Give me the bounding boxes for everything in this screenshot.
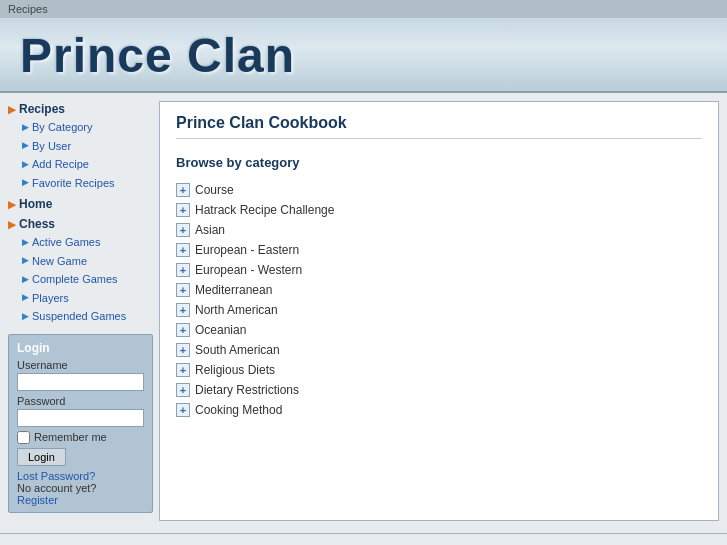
recipes-arrow-icon: ▶ — [8, 104, 16, 115]
list-item: + European - Eastern — [176, 240, 702, 260]
sidebar-item-add-recipe[interactable]: ▶ Add Recipe — [22, 155, 153, 174]
sidebar-item-label: By User — [32, 138, 71, 155]
sidebar-item-label: Active Games — [32, 234, 100, 251]
sidebar-home-label: Home — [19, 197, 52, 211]
sidebar-item-label: Players — [32, 290, 69, 307]
category-label: Oceanian — [195, 323, 246, 337]
sidebar: ▶ Recipes ▶ By Category ▶ By User ▶ Add … — [8, 101, 153, 513]
username-label: Username — [17, 359, 144, 371]
expand-icon[interactable]: + — [176, 223, 190, 237]
login-links: Lost Password? No account yet? Register — [17, 470, 144, 506]
footer: Copyright © 2004. Page generated in 0.01… — [0, 533, 727, 545]
top-bar: Recipes — [0, 0, 727, 18]
sidebar-item-new-game[interactable]: ▶ New Game — [22, 252, 153, 271]
home-arrow-icon: ▶ — [8, 199, 16, 210]
site-title: Prince Clan — [20, 28, 295, 83]
sub-arrow-icon: ▶ — [22, 291, 29, 305]
sidebar-item-complete-games[interactable]: ▶ Complete Games — [22, 270, 153, 289]
lost-password-link[interactable]: Lost Password? — [17, 470, 95, 482]
password-label: Password — [17, 395, 144, 407]
expand-icon[interactable]: + — [176, 243, 190, 257]
list-item: + South American — [176, 340, 702, 360]
chess-arrow-icon: ▶ — [8, 219, 16, 230]
list-item: + Religious Diets — [176, 360, 702, 380]
sidebar-item-by-category[interactable]: ▶ By Category — [22, 118, 153, 137]
expand-icon[interactable]: + — [176, 343, 190, 357]
list-item: + North American — [176, 300, 702, 320]
category-label: Asian — [195, 223, 225, 237]
remember-row: Remember me — [17, 431, 144, 444]
sidebar-recipes-items: ▶ By Category ▶ By User ▶ Add Recipe ▶ F… — [8, 118, 153, 192]
expand-icon[interactable]: + — [176, 283, 190, 297]
sidebar-chess-label: Chess — [19, 217, 55, 231]
register-link[interactable]: Register — [17, 494, 58, 506]
list-item: + Course — [176, 180, 702, 200]
sidebar-chess-section: ▶ Chess ▶ Active Games ▶ New Game ▶ Comp… — [8, 216, 153, 326]
sidebar-item-label: Add Recipe — [32, 156, 89, 173]
login-button[interactable]: Login — [17, 448, 66, 466]
sidebar-recipes-label: Recipes — [19, 102, 65, 116]
sidebar-item-active-games[interactable]: ▶ Active Games — [22, 233, 153, 252]
sidebar-chess-items: ▶ Active Games ▶ New Game ▶ Complete Gam… — [8, 233, 153, 326]
category-label: Cooking Method — [195, 403, 282, 417]
sidebar-item-players[interactable]: ▶ Players — [22, 289, 153, 308]
expand-icon[interactable]: + — [176, 183, 190, 197]
login-box: Login Username Password Remember me Logi… — [8, 334, 153, 513]
list-item: + Mediterranean — [176, 280, 702, 300]
expand-icon[interactable]: + — [176, 303, 190, 317]
sub-arrow-icon: ▶ — [22, 273, 29, 287]
sidebar-item-label: New Game — [32, 253, 87, 270]
page-title: Prince Clan Cookbook — [176, 114, 702, 139]
no-account-text: No account yet? — [17, 482, 97, 494]
category-label: Dietary Restrictions — [195, 383, 299, 397]
sub-arrow-icon: ▶ — [22, 254, 29, 268]
browse-title: Browse by category — [176, 155, 702, 170]
category-label: Hatrack Recipe Challenge — [195, 203, 334, 217]
sidebar-item-label: Complete Games — [32, 271, 118, 288]
sidebar-item-label: Favorite Recipes — [32, 175, 115, 192]
sidebar-recipes-section: ▶ Recipes ▶ By Category ▶ By User ▶ Add … — [8, 101, 153, 192]
list-item: + Oceanian — [176, 320, 702, 340]
expand-icon[interactable]: + — [176, 323, 190, 337]
expand-icon[interactable]: + — [176, 263, 190, 277]
sub-arrow-icon: ▶ — [22, 121, 29, 135]
username-input[interactable] — [17, 373, 144, 391]
sidebar-chess-header[interactable]: ▶ Chess — [8, 216, 153, 232]
category-label: Course — [195, 183, 234, 197]
expand-icon[interactable]: + — [176, 203, 190, 217]
sub-arrow-icon: ▶ — [22, 139, 29, 153]
layout: ▶ Recipes ▶ By Category ▶ By User ▶ Add … — [0, 93, 727, 529]
top-bar-label: Recipes — [8, 3, 48, 15]
category-label: Religious Diets — [195, 363, 275, 377]
category-label: North American — [195, 303, 278, 317]
sidebar-home-header[interactable]: ▶ Home — [8, 196, 153, 212]
remember-label: Remember me — [34, 431, 107, 443]
list-item: + Hatrack Recipe Challenge — [176, 200, 702, 220]
sidebar-item-label: Suspended Games — [32, 308, 126, 325]
list-item: + Cooking Method — [176, 400, 702, 420]
list-item: + European - Western — [176, 260, 702, 280]
sidebar-item-by-user[interactable]: ▶ By User — [22, 137, 153, 156]
sidebar-home-section: ▶ Home — [8, 196, 153, 212]
remember-checkbox[interactable] — [17, 431, 30, 444]
password-input[interactable] — [17, 409, 144, 427]
list-item: + Asian — [176, 220, 702, 240]
sidebar-recipes-header[interactable]: ▶ Recipes — [8, 101, 153, 117]
sidebar-item-label: By Category — [32, 119, 93, 136]
header: Prince Clan — [0, 18, 727, 93]
sub-arrow-icon: ▶ — [22, 236, 29, 250]
expand-icon[interactable]: + — [176, 383, 190, 397]
sidebar-item-suspended-games[interactable]: ▶ Suspended Games — [22, 307, 153, 326]
sidebar-item-favorite-recipes[interactable]: ▶ Favorite Recipes — [22, 174, 153, 193]
expand-icon[interactable]: + — [176, 403, 190, 417]
category-label: South American — [195, 343, 280, 357]
sub-arrow-icon: ▶ — [22, 310, 29, 324]
category-list: + Course + Hatrack Recipe Challenge + As… — [176, 180, 702, 420]
login-title: Login — [17, 341, 144, 355]
list-item: + Dietary Restrictions — [176, 380, 702, 400]
sub-arrow-icon: ▶ — [22, 158, 29, 172]
main-content: Prince Clan Cookbook Browse by category … — [159, 101, 719, 521]
category-label: Mediterranean — [195, 283, 272, 297]
category-label: European - Western — [195, 263, 302, 277]
expand-icon[interactable]: + — [176, 363, 190, 377]
